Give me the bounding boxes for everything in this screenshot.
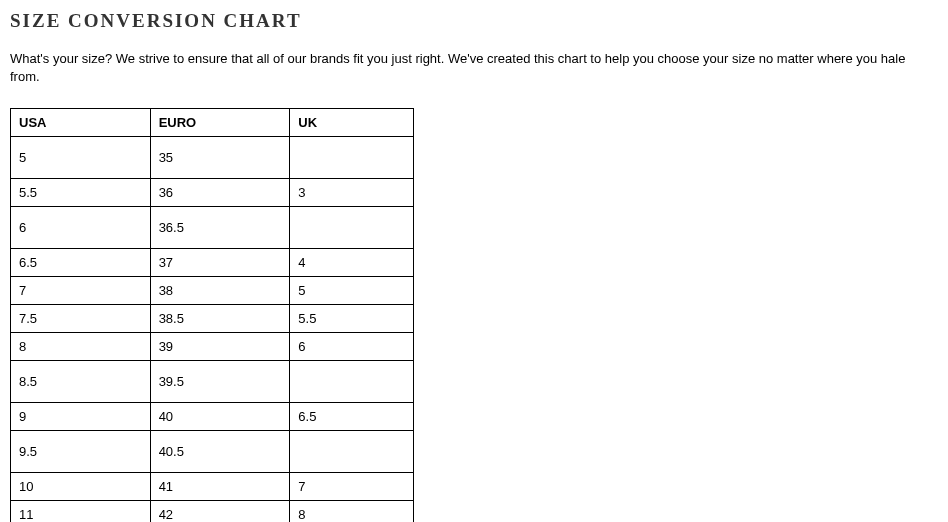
- cell-usa: 8: [11, 333, 151, 361]
- header-usa: USA: [11, 109, 151, 137]
- table-row: 6.5374: [11, 249, 414, 277]
- cell-uk: 3: [290, 179, 414, 207]
- table-row: 8.539.5: [11, 361, 414, 403]
- cell-usa: 5.5: [11, 179, 151, 207]
- cell-usa: 8.5: [11, 361, 151, 403]
- table-row: 7385: [11, 277, 414, 305]
- table-row: 10417: [11, 473, 414, 501]
- cell-uk: [290, 137, 414, 179]
- size-conversion-table: USA EURO UK 5355.5363636.56.537473857.53…: [10, 108, 414, 522]
- cell-uk: 8: [290, 501, 414, 522]
- cell-uk: 5: [290, 277, 414, 305]
- cell-uk: [290, 431, 414, 473]
- table-body: 5355.5363636.56.537473857.538.55.583968.…: [11, 137, 414, 522]
- cell-euro: 39: [150, 333, 290, 361]
- cell-usa: 11: [11, 501, 151, 522]
- table-row: 5.5363: [11, 179, 414, 207]
- cell-euro: 42: [150, 501, 290, 522]
- cell-uk: 5.5: [290, 305, 414, 333]
- table-header-row: USA EURO UK: [11, 109, 414, 137]
- cell-euro: 37: [150, 249, 290, 277]
- cell-uk: [290, 207, 414, 249]
- header-uk: UK: [290, 109, 414, 137]
- cell-uk: 4: [290, 249, 414, 277]
- cell-euro: 36: [150, 179, 290, 207]
- table-row: 8396: [11, 333, 414, 361]
- table-row: 9406.5: [11, 403, 414, 431]
- page-title: SIZE CONVERSION CHART: [10, 10, 938, 32]
- cell-uk: 7: [290, 473, 414, 501]
- cell-usa: 5: [11, 137, 151, 179]
- table-row: 11428: [11, 501, 414, 522]
- header-euro: EURO: [150, 109, 290, 137]
- cell-uk: [290, 361, 414, 403]
- cell-usa: 7.5: [11, 305, 151, 333]
- cell-uk: 6: [290, 333, 414, 361]
- cell-usa: 9.5: [11, 431, 151, 473]
- table-row: 9.540.5: [11, 431, 414, 473]
- cell-euro: 40.5: [150, 431, 290, 473]
- table-row: 636.5: [11, 207, 414, 249]
- cell-euro: 36.5: [150, 207, 290, 249]
- cell-usa: 6.5: [11, 249, 151, 277]
- cell-euro: 40: [150, 403, 290, 431]
- cell-euro: 38.5: [150, 305, 290, 333]
- cell-usa: 6: [11, 207, 151, 249]
- cell-euro: 39.5: [150, 361, 290, 403]
- cell-euro: 35: [150, 137, 290, 179]
- cell-usa: 10: [11, 473, 151, 501]
- cell-euro: 38: [150, 277, 290, 305]
- cell-usa: 9: [11, 403, 151, 431]
- cell-usa: 7: [11, 277, 151, 305]
- table-row: 7.538.55.5: [11, 305, 414, 333]
- cell-uk: 6.5: [290, 403, 414, 431]
- intro-text: What's your size? We strive to ensure th…: [10, 50, 938, 86]
- table-row: 535: [11, 137, 414, 179]
- cell-euro: 41: [150, 473, 290, 501]
